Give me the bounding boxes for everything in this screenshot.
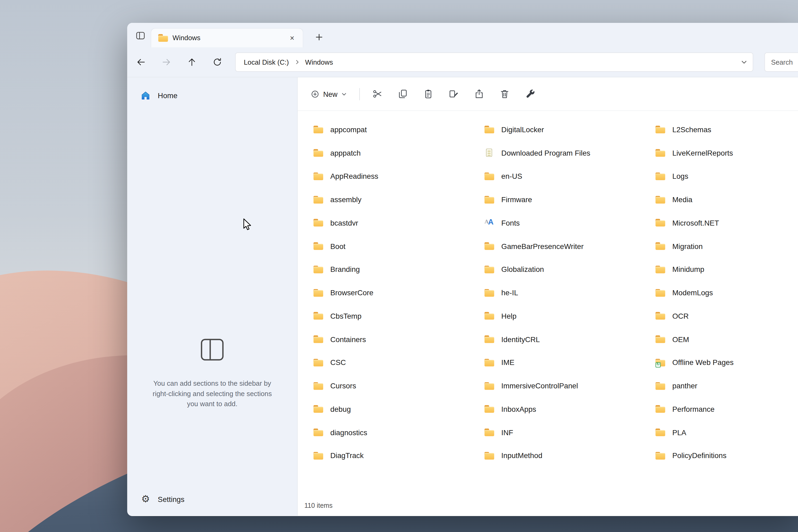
refresh-button[interactable]	[209, 54, 226, 71]
folder-icon	[314, 149, 323, 157]
file-name: Microsoft.NET	[672, 218, 719, 227]
file-item[interactable]: LiveKernelReports	[656, 141, 798, 165]
folder-icon	[484, 266, 494, 273]
file-name: Cursors	[330, 382, 356, 390]
file-item[interactable]: Microsoft.NET	[656, 211, 798, 234]
file-item[interactable]: ModemLogs	[656, 281, 798, 305]
file-name: apppatch	[330, 149, 361, 157]
file-item[interactable]: Migration	[656, 234, 798, 258]
forward-button[interactable]	[158, 54, 175, 71]
folder-icon	[484, 336, 494, 343]
file-item[interactable]: OEM	[656, 328, 798, 351]
new-tab-button[interactable]	[311, 30, 327, 45]
empty-state-line: right-clicking and selecting the section…	[153, 389, 272, 399]
file-item[interactable]: L2Schemas	[656, 118, 798, 141]
file-name: debug	[330, 405, 351, 413]
new-button[interactable]: New	[304, 85, 353, 103]
file-item[interactable]: InputMethod	[484, 444, 656, 467]
address-dropdown-button[interactable]	[741, 58, 748, 66]
file-item[interactable]: Media	[656, 188, 798, 211]
cut-button[interactable]	[366, 85, 388, 103]
file-name: GameBarPresenceWriter	[501, 242, 584, 250]
chevron-down-icon	[341, 91, 347, 97]
file-item[interactable]: Fonts	[484, 211, 656, 234]
folder-icon	[484, 242, 494, 250]
file-item[interactable]: PLA	[656, 421, 798, 444]
share-button[interactable]	[468, 85, 490, 103]
paste-button[interactable]	[417, 85, 439, 103]
file-item[interactable]: ImmersiveControlPanel	[484, 374, 656, 398]
file-item[interactable]: OCR	[656, 304, 798, 328]
chevron-down-icon	[741, 58, 748, 66]
folder-icon	[656, 266, 665, 273]
tab-bar: Windows ×	[127, 23, 798, 48]
file-item[interactable]: Cursors	[314, 374, 484, 398]
file-name: en-US	[501, 172, 522, 180]
file-item[interactable]: CbsTemp	[314, 304, 484, 328]
file-name: bcastdvr	[330, 218, 358, 227]
file-item[interactable]: en-US	[484, 165, 656, 188]
folder-icon	[484, 429, 494, 436]
rename-icon	[448, 89, 459, 99]
file-item[interactable]: Downloaded Program Files	[484, 141, 656, 165]
trash-icon	[499, 89, 510, 99]
file-item[interactable]: IME	[484, 351, 656, 374]
file-item[interactable]: Branding	[314, 258, 484, 281]
rename-button[interactable]	[442, 85, 465, 103]
sidebar-sections-icon	[200, 338, 225, 361]
file-item[interactable]: Help	[484, 304, 656, 328]
file-list: appcompat apppatch AppReadiness assembly	[298, 111, 798, 495]
file-item[interactable]: Globalization	[484, 258, 656, 281]
file-item[interactable]: AppReadiness	[314, 165, 484, 188]
file-item[interactable]: GameBarPresenceWriter	[484, 234, 656, 258]
file-item[interactable]: CSC	[314, 351, 484, 374]
breadcrumb-drive[interactable]: Local Disk (C:)	[242, 57, 291, 67]
file-name: PolicyDefinitions	[672, 452, 726, 460]
file-item[interactable]: assembly	[314, 188, 484, 211]
file-item[interactable]: Performance	[656, 397, 798, 421]
sidebar-item-settings[interactable]: ⚙ Settings	[132, 489, 292, 510]
file-item[interactable]: Offline Web Pages	[656, 351, 798, 374]
folder-icon	[656, 405, 665, 413]
tab-close-button[interactable]: ×	[286, 32, 298, 43]
folder-icon	[656, 312, 665, 320]
file-item[interactable]: he-IL	[484, 281, 656, 305]
file-name: PLA	[672, 428, 686, 437]
file-item[interactable]: Logs	[656, 165, 798, 188]
file-name: CSC	[330, 359, 346, 367]
tools-button[interactable]	[519, 85, 541, 103]
file-item[interactable]: Containers	[314, 328, 484, 351]
sidebar-item-label: Settings	[158, 495, 184, 504]
file-item[interactable]: PolicyDefinitions	[656, 444, 798, 467]
file-explorer-window: Windows ×	[127, 23, 798, 516]
tab-list-button[interactable]	[133, 28, 147, 42]
file-name: ModemLogs	[672, 289, 713, 297]
address-bar[interactable]: Local Disk (C:) Windows	[235, 52, 753, 72]
file-item[interactable]: IdentityCRL	[484, 328, 656, 351]
up-button[interactable]	[183, 54, 201, 71]
back-button[interactable]	[132, 54, 150, 71]
search-box[interactable]: Search	[764, 52, 798, 72]
breadcrumb-folder[interactable]: Windows	[303, 57, 335, 67]
copy-button[interactable]	[391, 85, 414, 103]
file-item[interactable]: Boot	[314, 234, 484, 258]
file-item[interactable]: bcastdvr	[314, 211, 484, 234]
file-name: Boot	[330, 242, 345, 250]
file-item[interactable]: INF	[484, 421, 656, 444]
file-item[interactable]: panther	[656, 374, 798, 398]
delete-button[interactable]	[493, 85, 515, 103]
sidebar-item-home[interactable]: Home	[132, 86, 292, 106]
file-item[interactable]: debug	[314, 397, 484, 421]
file-item[interactable]: diagnostics	[314, 421, 484, 444]
file-item[interactable]: appcompat	[314, 118, 484, 141]
file-item[interactable]: BrowserCore	[314, 281, 484, 305]
file-item[interactable]: Minidump	[656, 258, 798, 281]
tab-windows[interactable]: Windows ×	[151, 28, 303, 48]
file-item[interactable]: InboxApps	[484, 397, 656, 421]
file-name: L2Schemas	[672, 126, 711, 134]
file-item[interactable]: DiagTrack	[314, 444, 484, 467]
file-name: OEM	[672, 335, 689, 343]
file-item[interactable]: Firmware	[484, 188, 656, 211]
file-item[interactable]: DigitalLocker	[484, 118, 656, 141]
file-item[interactable]: apppatch	[314, 141, 484, 165]
